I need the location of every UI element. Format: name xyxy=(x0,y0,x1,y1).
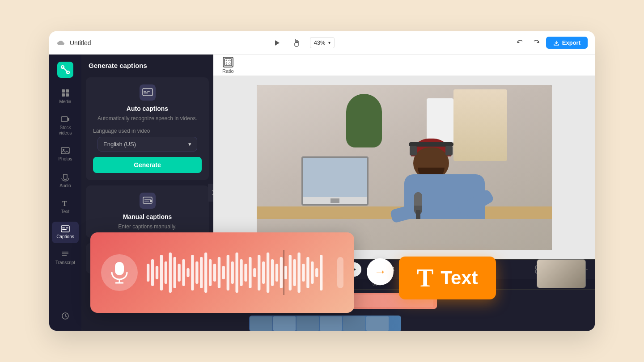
video-frame xyxy=(257,85,552,250)
video-clip-inner xyxy=(249,316,401,331)
zoom-value: 43% xyxy=(314,39,326,46)
monitor-screen xyxy=(303,158,367,197)
auto-captions-desc: Automatically recognize speech in videos… xyxy=(93,115,202,122)
svg-rect-97 xyxy=(284,266,287,279)
thumb-6 xyxy=(366,316,389,331)
svg-rect-84 xyxy=(227,255,229,290)
scroll-handle[interactable] xyxy=(337,257,343,288)
ruler-mark-3: 00:04 xyxy=(373,282,384,286)
sidebar-item-stock-videos[interactable]: Stock videos xyxy=(52,112,79,139)
panel-expand-button[interactable] xyxy=(208,184,213,202)
svg-marker-0 xyxy=(275,40,280,46)
svg-rect-89 xyxy=(249,257,251,288)
svg-rect-76 xyxy=(191,255,194,290)
sidebar-item-more[interactable] xyxy=(52,308,79,324)
sidebar-item-photos[interactable]: Photos xyxy=(52,143,79,165)
ratio-button[interactable]: Ratio xyxy=(219,55,237,76)
zoom-control[interactable]: 43% ▾ xyxy=(310,37,335,48)
time-total-value: 00:05:00 xyxy=(405,266,433,273)
svg-rect-69 xyxy=(160,255,163,290)
svg-rect-80 xyxy=(209,259,212,286)
svg-line-3 xyxy=(63,67,68,72)
sidebar-item-media[interactable]: Media xyxy=(52,85,79,108)
sidebar-item-captions[interactable]: Captions xyxy=(52,222,79,243)
svg-rect-87 xyxy=(240,259,242,286)
language-select[interactable]: English (US) ▾ xyxy=(97,137,197,152)
undo-button[interactable] xyxy=(514,37,526,49)
redo-button[interactable] xyxy=(530,37,542,49)
svg-rect-14 xyxy=(61,226,69,232)
top-bar: Untitled 43% ▾ xyxy=(49,31,595,55)
svg-rect-72 xyxy=(174,257,176,288)
export-button[interactable]: Export xyxy=(546,37,588,49)
thumb-4 xyxy=(320,316,342,331)
ratio-icon xyxy=(223,57,233,67)
generate-button[interactable]: Generate xyxy=(93,157,202,173)
app-window: Untitled 43% ▾ xyxy=(49,31,595,331)
cloud-icon xyxy=(56,38,65,47)
svg-rect-71 xyxy=(169,253,172,293)
svg-rect-90 xyxy=(253,268,256,277)
transcript-icon xyxy=(61,250,69,258)
svg-rect-17 xyxy=(62,229,67,230)
audio-waveform-overlay[interactable] xyxy=(90,232,354,313)
export-label: Export xyxy=(562,39,580,46)
zoom-slider[interactable] xyxy=(577,264,588,275)
svg-rect-88 xyxy=(244,264,247,282)
thumb-3 xyxy=(297,316,319,331)
svg-rect-91 xyxy=(258,255,260,290)
svg-rect-44 xyxy=(540,266,543,269)
svg-rect-10 xyxy=(61,147,69,154)
bg-appliance xyxy=(427,98,453,143)
monitor-stand xyxy=(330,198,339,203)
mic-stand xyxy=(416,210,420,219)
language-chevron: ▾ xyxy=(188,141,191,147)
photos-icon xyxy=(61,147,70,155)
zoom-chevron: ▾ xyxy=(328,40,330,45)
auto-captions-section: Auto captions Automatically recognize sp… xyxy=(86,77,209,180)
fit-icon[interactable] xyxy=(534,264,545,275)
svg-rect-78 xyxy=(200,257,203,288)
ratio-label: Ratio xyxy=(222,68,234,74)
manual-captions-desc: Enter captions manually. xyxy=(93,223,202,231)
top-bar-center: 43% ▾ xyxy=(96,37,508,49)
svg-rect-25 xyxy=(144,93,148,93)
hand-tool-button[interactable] xyxy=(290,37,303,49)
sidebar-transcript-label: Transcript xyxy=(55,260,75,265)
sidebar-item-transcript[interactable]: Transcript xyxy=(52,247,79,269)
headphone-right xyxy=(445,146,453,156)
panel-title: Generate captions xyxy=(81,55,213,75)
bg-door xyxy=(453,89,507,161)
svg-rect-93 xyxy=(267,253,269,293)
svg-rect-75 xyxy=(186,268,189,277)
zoom-out-icon[interactable] xyxy=(563,264,573,275)
svg-rect-101 xyxy=(302,264,305,282)
video-scene xyxy=(257,85,552,250)
sidebar-item-text[interactable]: T Text xyxy=(52,196,79,218)
magnetic-icon[interactable] xyxy=(548,264,559,275)
svg-rect-95 xyxy=(275,264,278,282)
waveform-bars xyxy=(147,250,328,295)
manual-captions-section: Manual captions Enter captions manually. xyxy=(86,185,209,238)
svg-rect-4 xyxy=(62,89,65,93)
svg-rect-8 xyxy=(61,117,68,122)
editor-toolbar: Ratio xyxy=(213,55,595,76)
app-logo xyxy=(57,62,73,78)
svg-rect-81 xyxy=(213,264,216,282)
sidebar-photos-label: Photos xyxy=(58,156,72,162)
svg-rect-104 xyxy=(315,268,318,277)
waveform-svg xyxy=(147,250,328,295)
svg-rect-100 xyxy=(297,253,300,293)
language-value: English (US) xyxy=(103,141,136,147)
svg-rect-102 xyxy=(306,257,309,288)
sidebar-item-audio[interactable]: Audio xyxy=(52,169,79,192)
svg-rect-92 xyxy=(262,261,265,284)
project-title: Untitled xyxy=(70,39,91,46)
svg-rect-83 xyxy=(222,266,225,279)
play-button[interactable] xyxy=(271,37,283,49)
svg-line-49 xyxy=(570,271,572,273)
time-current-value: 00:00:04 xyxy=(367,266,395,273)
video-clip[interactable] xyxy=(249,316,401,331)
sidebar: Media Stock videos xyxy=(49,55,81,331)
svg-rect-82 xyxy=(218,257,220,288)
